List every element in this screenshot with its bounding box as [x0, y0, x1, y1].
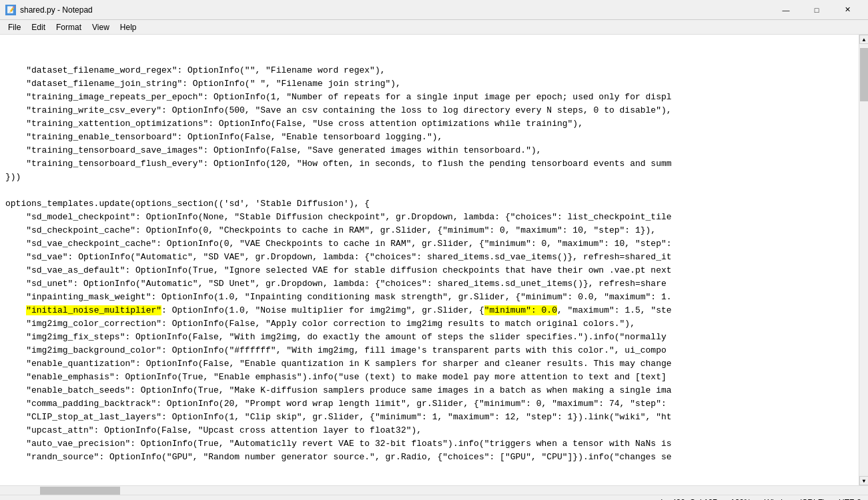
code-line: "img2img_color_correction": OptionInfo(F…	[5, 317, 859, 331]
menu-help[interactable]: Help	[115, 21, 142, 33]
code-line: "sd_unet": OptionInfo("Automatic", "SD U…	[5, 277, 859, 291]
code-line: "training_image_repeats_per_epoch": Opti…	[5, 91, 859, 104]
code-line: "auto_vae_precision": OptionInfo(True, "…	[5, 437, 859, 451]
horizontal-scrollbar[interactable]	[0, 485, 868, 495]
title-bar-left: 📝 shared.py - Notepad	[5, 5, 93, 15]
window-controls: — □ ✕	[771, 0, 863, 20]
code-line: "img2img_background_color": OptionInfo("…	[5, 344, 859, 357]
code-line: "enable_quantization": OptionInfo(False,…	[5, 357, 859, 371]
code-line: "comma_padding_backtrack": OptionInfo(20…	[5, 397, 859, 411]
code-line: "inpainting_mask_weight": OptionInfo(1.0…	[5, 291, 859, 304]
code-line: "upcast_attn": OptionInfo(False, "Upcast…	[5, 424, 859, 437]
editor-container: "dataset_filename_word_regex": OptionInf…	[0, 35, 868, 485]
title-bar: 📝 shared.py - Notepad — □ ✕	[0, 0, 868, 20]
code-line: "CLIP_stop_at_last_layers": OptionInfo(1…	[5, 411, 859, 424]
code-line: "sd_vae_checkpoint_cache": OptionInfo(0,…	[5, 237, 859, 251]
zoom-level: 120%	[731, 498, 751, 501]
scroll-down-arrow[interactable]: ▼	[859, 476, 868, 485]
app-icon: 📝	[5, 5, 16, 15]
menu-format[interactable]: Format	[51, 21, 87, 33]
code-line: options_templates.update(options_section…	[5, 197, 859, 211]
code-line: "initial_noise_multiplier": OptionInfo(1…	[5, 304, 859, 317]
code-line: "sd_checkpoint_cache": OptionInfo(0, "Ch…	[5, 224, 859, 237]
encoding: UTF-8	[839, 498, 861, 501]
menu-bar: File Edit Format View Help	[0, 20, 868, 35]
menu-view[interactable]: View	[87, 21, 115, 33]
code-line: "training_write_csv_every": OptionInfo(5…	[5, 104, 859, 117]
code-line: "enable_batch_seeds": OptionInfo(True, "…	[5, 384, 859, 397]
menu-file[interactable]: File	[3, 21, 26, 33]
code-line: "dataset_filename_join_string": OptionIn…	[5, 77, 859, 91]
code-line: "training_tensorboard_save_images": Opti…	[5, 144, 859, 157]
scroll-thumb[interactable]	[860, 48, 868, 101]
code-editor[interactable]: "dataset_filename_word_regex": OptionInf…	[0, 35, 859, 485]
vertical-scrollbar[interactable]: ▲ ▼	[859, 35, 868, 485]
status-bar: Ln 420, Col 107 120% Windows (CRLF) UTF-…	[0, 495, 868, 500]
menu-edit[interactable]: Edit	[26, 21, 51, 33]
code-line: "dataset_filename_word_regex": OptionInf…	[5, 64, 859, 77]
window-title: shared.py - Notepad	[20, 5, 93, 15]
code-line: "img2img_fix_steps": OptionInfo(False, "…	[5, 331, 859, 344]
minimize-button[interactable]: —	[771, 0, 801, 20]
code-line: }))	[5, 171, 859, 184]
code-line: "sd_vae": OptionInfo("Automatic", "SD VA…	[5, 251, 859, 264]
close-button[interactable]: ✕	[832, 0, 863, 20]
code-line: "training_tensorboard_flush_every": Opti…	[5, 157, 859, 171]
code-line	[5, 184, 859, 197]
code-line: "sd_model_checkpoint": OptionInfo(None, …	[5, 211, 859, 224]
code-line: "randn_source": OptionInfo("GPU", "Rando…	[5, 451, 859, 464]
code-line: "enable_emphasis": OptionInfo(True, "Ena…	[5, 371, 859, 384]
cursor-position: Ln 420, Col 107	[661, 498, 717, 501]
scroll-up-arrow[interactable]: ▲	[859, 35, 868, 44]
code-line: "sd_vae_as_default": OptionInfo(True, "I…	[5, 264, 859, 277]
code-line: "training_xattention_optimizations": Opt…	[5, 117, 859, 131]
h-scroll-thumb[interactable]	[40, 487, 120, 495]
line-ending: Windows (CRLF)	[765, 498, 825, 501]
maximize-button[interactable]: □	[801, 0, 832, 20]
code-line: "training_enable_tensorboard": OptionInf…	[5, 131, 859, 144]
